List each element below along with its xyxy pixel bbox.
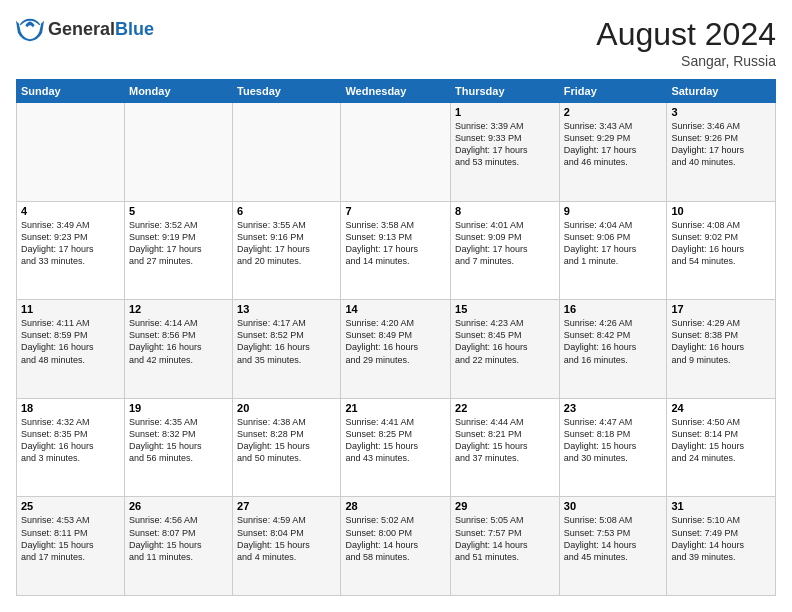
day-number: 10 <box>671 205 771 217</box>
day-number: 26 <box>129 500 228 512</box>
day-number: 31 <box>671 500 771 512</box>
day-info: Sunrise: 3:49 AMSunset: 9:23 PMDaylight:… <box>21 219 120 268</box>
weekday-header-row: SundayMondayTuesdayWednesdayThursdayFrid… <box>17 80 776 103</box>
day-info: Sunrise: 4:35 AMSunset: 8:32 PMDaylight:… <box>129 416 228 465</box>
weekday-header-monday: Monday <box>124 80 232 103</box>
calendar-cell: 15Sunrise: 4:23 AMSunset: 8:45 PMDayligh… <box>451 300 560 399</box>
calendar-cell: 22Sunrise: 4:44 AMSunset: 8:21 PMDayligh… <box>451 398 560 497</box>
week-row-1: 1Sunrise: 3:39 AMSunset: 9:33 PMDaylight… <box>17 103 776 202</box>
calendar-cell <box>17 103 125 202</box>
day-number: 23 <box>564 402 663 414</box>
day-number: 13 <box>237 303 336 315</box>
calendar-cell: 18Sunrise: 4:32 AMSunset: 8:35 PMDayligh… <box>17 398 125 497</box>
logo-blue: Blue <box>115 20 154 40</box>
day-info: Sunrise: 4:38 AMSunset: 8:28 PMDaylight:… <box>237 416 336 465</box>
day-number: 18 <box>21 402 120 414</box>
day-number: 7 <box>345 205 446 217</box>
day-number: 11 <box>21 303 120 315</box>
calendar-table: SundayMondayTuesdayWednesdayThursdayFrid… <box>16 79 776 596</box>
day-info: Sunrise: 3:43 AMSunset: 9:29 PMDaylight:… <box>564 120 663 169</box>
day-number: 30 <box>564 500 663 512</box>
day-info: Sunrise: 4:26 AMSunset: 8:42 PMDaylight:… <box>564 317 663 366</box>
weekday-header-wednesday: Wednesday <box>341 80 451 103</box>
calendar-cell <box>341 103 451 202</box>
logo: GeneralBlue <box>16 16 154 44</box>
calendar-cell: 5Sunrise: 3:52 AMSunset: 9:19 PMDaylight… <box>124 201 232 300</box>
day-number: 8 <box>455 205 555 217</box>
day-info: Sunrise: 4:56 AMSunset: 8:07 PMDaylight:… <box>129 514 228 563</box>
day-info: Sunrise: 4:17 AMSunset: 8:52 PMDaylight:… <box>237 317 336 366</box>
calendar-cell: 23Sunrise: 4:47 AMSunset: 8:18 PMDayligh… <box>559 398 667 497</box>
day-info: Sunrise: 3:46 AMSunset: 9:26 PMDaylight:… <box>671 120 771 169</box>
calendar-cell: 19Sunrise: 4:35 AMSunset: 8:32 PMDayligh… <box>124 398 232 497</box>
day-info: Sunrise: 3:39 AMSunset: 9:33 PMDaylight:… <box>455 120 555 169</box>
calendar-cell: 26Sunrise: 4:56 AMSunset: 8:07 PMDayligh… <box>124 497 232 596</box>
calendar-cell: 1Sunrise: 3:39 AMSunset: 9:33 PMDaylight… <box>451 103 560 202</box>
day-number: 22 <box>455 402 555 414</box>
day-number: 16 <box>564 303 663 315</box>
day-number: 20 <box>237 402 336 414</box>
calendar-cell: 30Sunrise: 5:08 AMSunset: 7:53 PMDayligh… <box>559 497 667 596</box>
day-number: 4 <box>21 205 120 217</box>
day-info: Sunrise: 4:29 AMSunset: 8:38 PMDaylight:… <box>671 317 771 366</box>
day-info: Sunrise: 4:41 AMSunset: 8:25 PMDaylight:… <box>345 416 446 465</box>
week-row-3: 11Sunrise: 4:11 AMSunset: 8:59 PMDayligh… <box>17 300 776 399</box>
day-number: 29 <box>455 500 555 512</box>
calendar-cell <box>124 103 232 202</box>
calendar-cell: 2Sunrise: 3:43 AMSunset: 9:29 PMDaylight… <box>559 103 667 202</box>
day-info: Sunrise: 4:53 AMSunset: 8:11 PMDaylight:… <box>21 514 120 563</box>
day-info: Sunrise: 4:59 AMSunset: 8:04 PMDaylight:… <box>237 514 336 563</box>
header: GeneralBlue August 2024 Sangar, Russia <box>16 16 776 69</box>
day-info: Sunrise: 3:58 AMSunset: 9:13 PMDaylight:… <box>345 219 446 268</box>
page: GeneralBlue August 2024 Sangar, Russia S… <box>0 0 792 612</box>
calendar-cell: 31Sunrise: 5:10 AMSunset: 7:49 PMDayligh… <box>667 497 776 596</box>
day-info: Sunrise: 4:08 AMSunset: 9:02 PMDaylight:… <box>671 219 771 268</box>
calendar-cell: 11Sunrise: 4:11 AMSunset: 8:59 PMDayligh… <box>17 300 125 399</box>
day-info: Sunrise: 5:10 AMSunset: 7:49 PMDaylight:… <box>671 514 771 563</box>
calendar-cell: 24Sunrise: 4:50 AMSunset: 8:14 PMDayligh… <box>667 398 776 497</box>
week-row-4: 18Sunrise: 4:32 AMSunset: 8:35 PMDayligh… <box>17 398 776 497</box>
day-number: 12 <box>129 303 228 315</box>
day-number: 25 <box>21 500 120 512</box>
day-number: 6 <box>237 205 336 217</box>
calendar-cell: 10Sunrise: 4:08 AMSunset: 9:02 PMDayligh… <box>667 201 776 300</box>
day-info: Sunrise: 5:08 AMSunset: 7:53 PMDaylight:… <box>564 514 663 563</box>
weekday-header-sunday: Sunday <box>17 80 125 103</box>
calendar-cell: 28Sunrise: 5:02 AMSunset: 8:00 PMDayligh… <box>341 497 451 596</box>
day-number: 15 <box>455 303 555 315</box>
weekday-header-saturday: Saturday <box>667 80 776 103</box>
title-block: August 2024 Sangar, Russia <box>596 16 776 69</box>
day-number: 28 <box>345 500 446 512</box>
calendar-cell: 3Sunrise: 3:46 AMSunset: 9:26 PMDaylight… <box>667 103 776 202</box>
calendar-cell: 14Sunrise: 4:20 AMSunset: 8:49 PMDayligh… <box>341 300 451 399</box>
day-info: Sunrise: 4:20 AMSunset: 8:49 PMDaylight:… <box>345 317 446 366</box>
day-number: 2 <box>564 106 663 118</box>
logo-text: GeneralBlue <box>48 20 154 40</box>
calendar-cell: 7Sunrise: 3:58 AMSunset: 9:13 PMDaylight… <box>341 201 451 300</box>
day-number: 14 <box>345 303 446 315</box>
calendar-cell: 27Sunrise: 4:59 AMSunset: 8:04 PMDayligh… <box>233 497 341 596</box>
day-number: 9 <box>564 205 663 217</box>
calendar-cell: 8Sunrise: 4:01 AMSunset: 9:09 PMDaylight… <box>451 201 560 300</box>
day-info: Sunrise: 4:44 AMSunset: 8:21 PMDaylight:… <box>455 416 555 465</box>
day-info: Sunrise: 5:02 AMSunset: 8:00 PMDaylight:… <box>345 514 446 563</box>
calendar-cell: 12Sunrise: 4:14 AMSunset: 8:56 PMDayligh… <box>124 300 232 399</box>
calendar-cell <box>233 103 341 202</box>
calendar-cell: 13Sunrise: 4:17 AMSunset: 8:52 PMDayligh… <box>233 300 341 399</box>
day-number: 5 <box>129 205 228 217</box>
day-info: Sunrise: 4:50 AMSunset: 8:14 PMDaylight:… <box>671 416 771 465</box>
calendar-cell: 17Sunrise: 4:29 AMSunset: 8:38 PMDayligh… <box>667 300 776 399</box>
day-info: Sunrise: 4:11 AMSunset: 8:59 PMDaylight:… <box>21 317 120 366</box>
calendar-cell: 6Sunrise: 3:55 AMSunset: 9:16 PMDaylight… <box>233 201 341 300</box>
week-row-5: 25Sunrise: 4:53 AMSunset: 8:11 PMDayligh… <box>17 497 776 596</box>
day-number: 21 <box>345 402 446 414</box>
logo-icon <box>16 16 44 44</box>
day-info: Sunrise: 4:14 AMSunset: 8:56 PMDaylight:… <box>129 317 228 366</box>
logo-general: General <box>48 20 115 40</box>
calendar-cell: 9Sunrise: 4:04 AMSunset: 9:06 PMDaylight… <box>559 201 667 300</box>
week-row-2: 4Sunrise: 3:49 AMSunset: 9:23 PMDaylight… <box>17 201 776 300</box>
month-year: August 2024 <box>596 16 776 53</box>
day-info: Sunrise: 4:04 AMSunset: 9:06 PMDaylight:… <box>564 219 663 268</box>
calendar-cell: 25Sunrise: 4:53 AMSunset: 8:11 PMDayligh… <box>17 497 125 596</box>
day-number: 19 <box>129 402 228 414</box>
